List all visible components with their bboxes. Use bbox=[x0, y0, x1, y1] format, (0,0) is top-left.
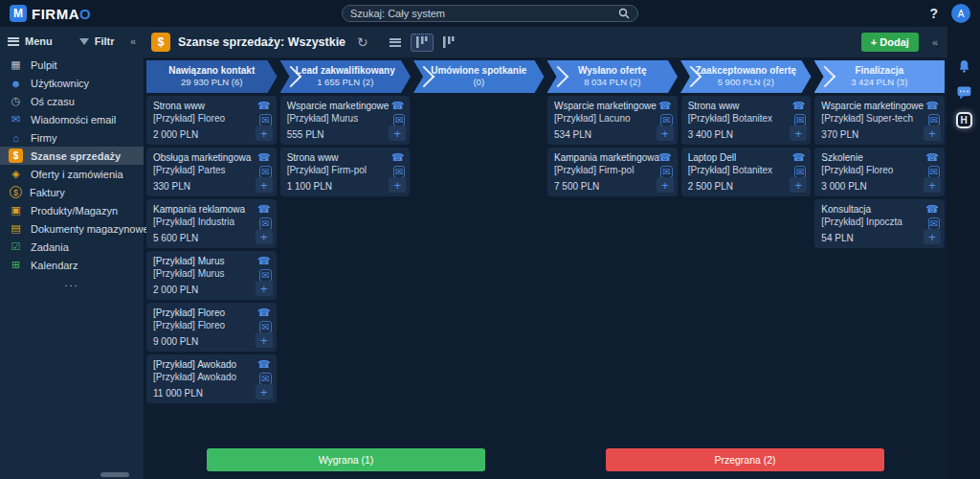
sidebar-collapse-icon[interactable]: « bbox=[130, 35, 136, 47]
phone-icon[interactable]: ☎ bbox=[391, 100, 405, 112]
deal-card[interactable]: Wsparcie marketingowe[Przykład] Super-te… bbox=[814, 96, 945, 145]
deal-card[interactable]: [Przykład] Floreo[Przykład] Floreo9 000 … bbox=[146, 303, 277, 352]
add-task-button[interactable]: + bbox=[256, 332, 273, 348]
sidebar-item-pulpit[interactable]: ▦Pulpit bbox=[0, 56, 144, 74]
phone-icon[interactable]: ☎ bbox=[925, 100, 939, 112]
phone-icon[interactable]: ☎ bbox=[792, 100, 806, 112]
sidebar-item-wiadomosci-email[interactable]: ✉Wiadomości email bbox=[0, 110, 144, 128]
stage-name: Nawiązano kontakt bbox=[168, 64, 255, 77]
add-task-button[interactable]: + bbox=[256, 229, 273, 244]
sidebar-item-oferty-i-zamowienia[interactable]: ◈Oferty i zamówienia bbox=[0, 165, 144, 183]
sidebar-item-dokumenty-magazynowe[interactable]: ▤Dokumenty magazynowe bbox=[0, 219, 144, 238]
add-button[interactable]: + Dodaj bbox=[861, 33, 919, 52]
add-task-button[interactable]: + bbox=[657, 125, 674, 141]
deal-company: [Przykład] Inpoczta bbox=[821, 217, 938, 227]
add-task-button[interactable]: + bbox=[256, 281, 273, 296]
pipeline-stage-1[interactable]: Nawiązano kontakt29 930 PLN (6) bbox=[146, 60, 278, 93]
deal-card[interactable]: Konsultacja[Przykład] Inpoczta54 PLN☎✉+ bbox=[814, 199, 945, 248]
scrollbar-thumb[interactable] bbox=[100, 472, 129, 477]
add-task-button[interactable]: + bbox=[256, 177, 273, 193]
deal-title: Szkolenie bbox=[821, 152, 938, 163]
add-task-button[interactable]: + bbox=[790, 177, 807, 193]
view-button-kanban-alt-view[interactable] bbox=[437, 34, 460, 52]
filter-icon[interactable] bbox=[79, 38, 89, 45]
deal-card[interactable]: Szkolenie[Przykład] Floreo3 000 PLN☎✉+ bbox=[814, 148, 945, 196]
deal-card[interactable]: Strona www[Przykład] Floreo2 000 PLN☎✉+ bbox=[146, 96, 277, 145]
deal-card[interactable]: [Przykład] Murus[Przykład] Murus2 000 PL… bbox=[146, 251, 277, 300]
bell-icon[interactable] bbox=[957, 59, 971, 74]
add-task-button[interactable]: + bbox=[924, 177, 941, 193]
phone-icon[interactable]: ☎ bbox=[925, 151, 939, 164]
sidebar-item-produkty-magazyn[interactable]: ▣Produkty/Magazyn bbox=[0, 201, 144, 219]
deal-card[interactable]: Strona www[Przykład] Botanitex3 400 PLN☎… bbox=[681, 96, 812, 145]
sidebar-item-os-czasu[interactable]: ◷Oś czasu bbox=[0, 92, 144, 110]
deal-card[interactable]: Strona www[Przykład] Firm-pol1 100 PLN☎✉… bbox=[280, 148, 411, 196]
phone-icon[interactable]: ☎ bbox=[792, 151, 806, 164]
add-task-button[interactable]: + bbox=[389, 177, 406, 193]
app-logo[interactable]: M FIRMAO bbox=[10, 5, 153, 22]
add-task-button[interactable]: + bbox=[790, 125, 807, 141]
won-button[interactable]: Wygrana (1) bbox=[207, 448, 486, 471]
panel-collapse-icon[interactable]: « bbox=[932, 36, 938, 48]
sidebar-item-uzytkownicy[interactable]: ☻Użytkownicy bbox=[0, 74, 144, 92]
deal-card[interactable]: Kampania marketingowa[Przykład] Firm-pol… bbox=[547, 148, 678, 196]
pipeline-stage-6[interactable]: Finalizacja3 424 PLN (3) bbox=[814, 60, 946, 93]
add-task-button[interactable]: + bbox=[256, 125, 273, 141]
sidebar-item-label: Firmy bbox=[31, 132, 57, 144]
brand-name: FIRMAO bbox=[32, 6, 91, 22]
phone-icon[interactable]: ☎ bbox=[257, 100, 271, 112]
deal-card[interactable]: Laptop Dell[Przykład] Botanitex2 500 PLN… bbox=[681, 148, 812, 196]
phone-icon[interactable]: ☎ bbox=[257, 255, 271, 267]
sidebar-item-firmy[interactable]: ⌂Firmy bbox=[0, 128, 144, 147]
phone-icon[interactable]: ☎ bbox=[925, 203, 939, 216]
pipeline-stage-3[interactable]: Umówione spotkanie(0) bbox=[413, 60, 545, 93]
phone-icon[interactable]: ☎ bbox=[658, 151, 672, 164]
add-task-button[interactable]: + bbox=[657, 177, 674, 193]
deal-title: [Przykład] Awokado bbox=[153, 359, 270, 370]
avatar[interactable]: A bbox=[951, 4, 970, 23]
task-check-icon: ☑ bbox=[9, 240, 23, 253]
kanban-funnel-view-icon bbox=[443, 36, 455, 48]
sidebar-more-button[interactable]: ... bbox=[0, 277, 144, 288]
sidebar-item-zadania[interactable]: ☑Zadania bbox=[0, 238, 144, 256]
sidebar-item-kalendarz[interactable]: ⊞Kalendarz bbox=[0, 256, 144, 274]
phone-icon[interactable]: ☎ bbox=[658, 100, 672, 112]
filter-label[interactable]: Filtr bbox=[95, 35, 115, 47]
h-badge-icon[interactable]: H bbox=[956, 112, 972, 128]
view-button-list-view[interactable] bbox=[384, 34, 407, 52]
sidebar-item-faktury[interactable]: $Faktury bbox=[0, 183, 144, 201]
add-task-button[interactable]: + bbox=[924, 125, 941, 141]
add-task-button[interactable]: + bbox=[256, 384, 273, 399]
pipeline-stage-5[interactable]: Zaakceptowano ofertę5 900 PLN (2) bbox=[680, 60, 812, 93]
menu-label[interactable]: Menu bbox=[25, 35, 53, 47]
invoice-dollar-icon: $ bbox=[10, 186, 22, 198]
deal-card[interactable]: [Przykład] Awokado[Przykład] Awokado11 0… bbox=[146, 354, 277, 403]
menu-icon[interactable] bbox=[8, 37, 19, 46]
view-button-kanban-view[interactable] bbox=[411, 34, 434, 52]
add-task-button[interactable]: + bbox=[924, 229, 941, 244]
search-input[interactable] bbox=[350, 8, 618, 19]
phone-icon[interactable]: ☎ bbox=[257, 151, 271, 164]
pipeline-stage-4[interactable]: Wysłano ofertę8 034 PLN (2) bbox=[547, 60, 679, 93]
deal-amount: 3 000 PLN bbox=[821, 181, 938, 192]
deal-card[interactable]: Kampania reklamowa[Przykład] Industria5 … bbox=[146, 199, 277, 248]
envelope-icon: ✉ bbox=[9, 113, 23, 125]
deal-card[interactable]: Wsparcie marketingowe[Przykład] Murus555… bbox=[280, 96, 411, 145]
deal-card[interactable]: Wsparcie marketingowe[Przykład] Lacuno53… bbox=[547, 96, 678, 145]
content-header: $ Szanse sprzedaży: Wszystkie ↻ + Dodaj … bbox=[144, 27, 947, 57]
refresh-icon[interactable]: ↻ bbox=[357, 34, 368, 50]
lost-button[interactable]: Przegrana (2) bbox=[606, 448, 885, 471]
chat-icon[interactable] bbox=[957, 86, 971, 100]
phone-icon[interactable]: ☎ bbox=[257, 203, 271, 216]
search-icon[interactable] bbox=[618, 8, 630, 19]
sidebar-item-label: Kalendarz bbox=[31, 260, 78, 271]
sidebar-header: Menu Filtr « bbox=[0, 31, 144, 52]
help-icon[interactable]: ? bbox=[929, 6, 938, 21]
deal-card[interactable]: Obsługa marketingowa[Przykład] Partes330… bbox=[146, 148, 277, 196]
add-task-button[interactable]: + bbox=[389, 125, 406, 141]
phone-icon[interactable]: ☎ bbox=[257, 358, 271, 371]
sidebar-item-szanse-sprzedazy[interactable]: $Szanse sprzedaży bbox=[0, 147, 144, 165]
pipeline-stage-2[interactable]: Lead zakwalifikowany1 655 PLN (2) bbox=[280, 60, 412, 93]
phone-icon[interactable]: ☎ bbox=[257, 307, 271, 319]
phone-icon[interactable]: ☎ bbox=[391, 151, 405, 164]
